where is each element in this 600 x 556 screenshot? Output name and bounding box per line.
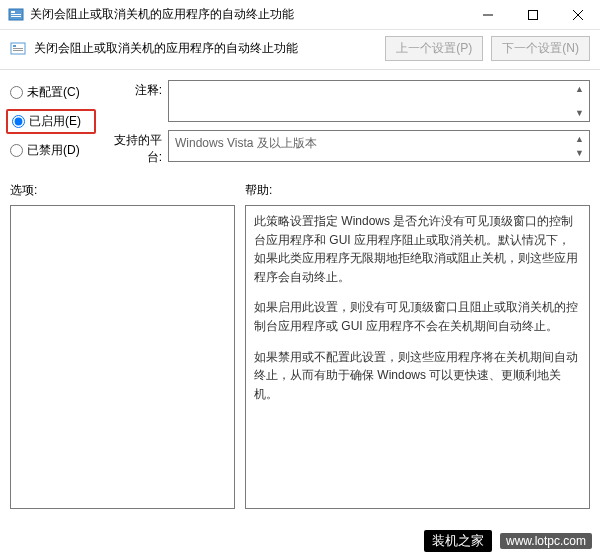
options-box bbox=[10, 205, 235, 509]
svg-rect-3 bbox=[11, 16, 21, 17]
platform-label: 支持的平台: bbox=[102, 130, 162, 166]
svg-rect-10 bbox=[13, 48, 23, 49]
watermark: 装机之家 www.lotpc.com bbox=[424, 530, 592, 552]
scroll-up-icon[interactable]: ▲ bbox=[572, 83, 587, 95]
radio-enabled-label: 已启用(E) bbox=[29, 113, 81, 130]
svg-rect-11 bbox=[13, 50, 23, 51]
svg-rect-1 bbox=[11, 11, 15, 13]
radio-disabled-input[interactable] bbox=[10, 144, 23, 157]
close-button[interactable] bbox=[555, 0, 600, 30]
radio-not-configured-input[interactable] bbox=[10, 86, 23, 99]
lower-area: 选项: 帮助: 此策略设置指定 Windows 是否允许没有可见顶级窗口的控制台… bbox=[0, 176, 600, 509]
radio-enabled[interactable]: 已启用(E) bbox=[6, 109, 96, 134]
platform-value: Windows Vista 及以上版本 bbox=[175, 136, 317, 150]
state-radio-group: 未配置(C) 已启用(E) 已禁用(D) bbox=[10, 80, 92, 174]
policy-header: 关闭会阻止或取消关机的应用程序的自动终止功能 上一个设置(P) 下一个设置(N) bbox=[0, 30, 600, 67]
radio-enabled-input[interactable] bbox=[12, 115, 25, 128]
policy-title: 关闭会阻止或取消关机的应用程序的自动终止功能 bbox=[34, 40, 377, 57]
minimize-button[interactable] bbox=[465, 0, 510, 30]
policy-icon bbox=[10, 41, 26, 57]
svg-rect-5 bbox=[528, 10, 537, 19]
help-label: 帮助: bbox=[245, 182, 590, 199]
divider bbox=[0, 69, 600, 70]
scroll-up-icon[interactable]: ▲ bbox=[572, 133, 587, 145]
comment-textarea[interactable]: ▲ ▼ bbox=[168, 80, 590, 122]
window-title: 关闭会阻止或取消关机的应用程序的自动终止功能 bbox=[30, 6, 465, 23]
watermark-badge: 装机之家 bbox=[424, 530, 492, 552]
next-setting-button[interactable]: 下一个设置(N) bbox=[491, 36, 590, 61]
svg-rect-2 bbox=[11, 14, 21, 15]
radio-not-configured[interactable]: 未配置(C) bbox=[10, 84, 92, 101]
help-paragraph: 如果禁用或不配置此设置，则这些应用程序将在关机期间自动终止，从而有助于确保 Wi… bbox=[254, 348, 581, 404]
scroll-down-icon[interactable]: ▼ bbox=[572, 147, 587, 159]
help-box: 此策略设置指定 Windows 是否允许没有可见顶级窗口的控制台应用程序和 GU… bbox=[245, 205, 590, 509]
help-paragraph: 此策略设置指定 Windows 是否允许没有可见顶级窗口的控制台应用程序和 GU… bbox=[254, 212, 581, 286]
watermark-url: www.lotpc.com bbox=[500, 533, 592, 549]
radio-disabled-label: 已禁用(D) bbox=[27, 142, 80, 159]
radio-not-configured-label: 未配置(C) bbox=[27, 84, 80, 101]
supported-platform-box: Windows Vista 及以上版本 ▲ ▼ bbox=[168, 130, 590, 162]
window-titlebar: 关闭会阻止或取消关机的应用程序的自动终止功能 bbox=[0, 0, 600, 30]
help-paragraph: 如果启用此设置，则没有可见顶级窗口且阻止或取消关机的控制台应用程序或 GUI 应… bbox=[254, 298, 581, 335]
app-icon bbox=[8, 7, 24, 23]
prev-setting-button[interactable]: 上一个设置(P) bbox=[385, 36, 483, 61]
options-label: 选项: bbox=[10, 182, 235, 199]
config-area: 未配置(C) 已启用(E) 已禁用(D) 注释: ▲ ▼ 支持的平台: Wind… bbox=[0, 76, 600, 176]
radio-disabled[interactable]: 已禁用(D) bbox=[10, 142, 92, 159]
svg-rect-9 bbox=[13, 45, 16, 47]
comment-label: 注释: bbox=[102, 80, 162, 99]
maximize-button[interactable] bbox=[510, 0, 555, 30]
scroll-down-icon[interactable]: ▼ bbox=[572, 107, 587, 119]
